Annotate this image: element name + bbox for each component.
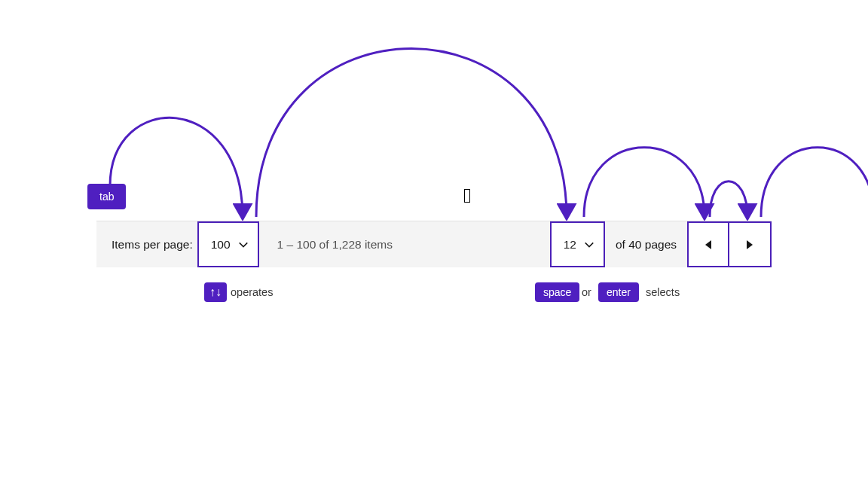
enter-key-badge: enter	[598, 282, 639, 302]
space-key-badge: space	[535, 282, 579, 302]
prev-page-button[interactable]	[687, 221, 729, 267]
chevron-down-icon	[238, 239, 249, 250]
page-number-select[interactable]: 12	[550, 221, 605, 267]
pagination-summary: 1 – 100 of 1,228 items	[259, 221, 550, 267]
items-per-page-value: 100	[211, 238, 231, 252]
text-cursor-indicator	[465, 190, 469, 202]
operates-hint: operates	[231, 286, 273, 298]
items-per-page-label: Items per page:	[96, 221, 193, 267]
pagination-bar: Items per page: 100 1 – 100 of 1,228 ite…	[96, 221, 772, 267]
arrow-keys-icon: ↑↓	[209, 286, 222, 298]
tab-key-label: tab	[99, 191, 114, 202]
space-key-label: space	[543, 287, 571, 297]
arrow-keys-badge: ↑↓	[204, 282, 227, 302]
items-per-page-select[interactable]: 100	[197, 221, 259, 267]
caret-right-icon	[747, 240, 753, 249]
chevron-down-icon	[584, 239, 594, 250]
or-hint: or	[582, 286, 591, 298]
caret-left-icon	[705, 240, 711, 249]
enter-key-label: enter	[607, 287, 631, 297]
selects-hint: selects	[646, 286, 680, 298]
page-number-value: 12	[564, 238, 576, 252]
total-pages-label: of 40 pages	[605, 221, 687, 267]
next-page-button[interactable]	[729, 221, 772, 267]
tab-key-badge: tab	[87, 184, 126, 209]
